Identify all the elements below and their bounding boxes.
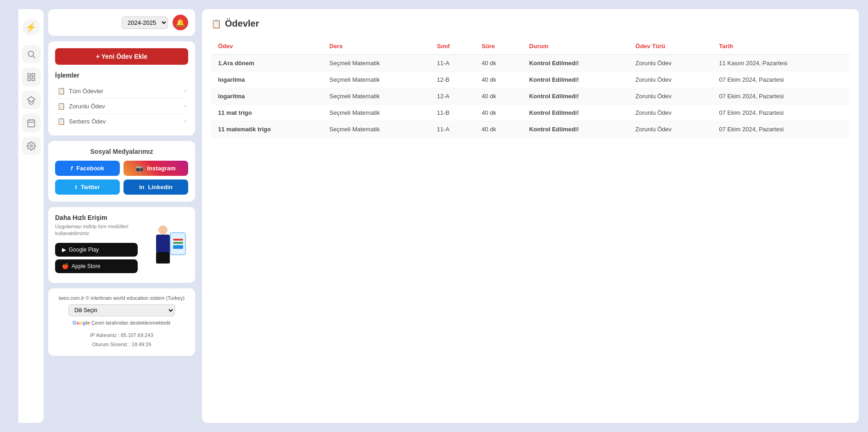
- col-header-status: Durum: [522, 38, 629, 55]
- col-header-type: Ödev Türü: [628, 38, 712, 55]
- linkedin-icon: in: [139, 184, 145, 191]
- svg-line-1: [33, 56, 35, 58]
- cell-homework: logaritma: [211, 88, 323, 105]
- col-header-class: Sınıf: [430, 38, 475, 55]
- svg-rect-5: [32, 78, 34, 81]
- twitter-label: Twitter: [81, 184, 100, 191]
- cell-duration: 40 dk: [475, 88, 522, 105]
- cell-status: Kontrol Edilmedi!: [522, 55, 629, 72]
- table-row[interactable]: 1.Ara dönem Seçmeli Matematik 11-A 40 dk…: [211, 55, 850, 72]
- table-row[interactable]: 11 matematik trigo Seçmeli Matematik 11-…: [211, 121, 850, 138]
- mandatory-homework-arrow-icon: ›: [184, 103, 186, 109]
- play-icon: ▶: [62, 247, 66, 253]
- all-homework-label: Tüm Ödevler: [69, 88, 103, 95]
- ip-value: 85.107.69.243: [121, 332, 153, 338]
- facebook-icon: f: [71, 165, 73, 172]
- session-value: 18:49:26: [132, 342, 151, 347]
- cell-status: Kontrol Edilmedi!: [522, 121, 629, 138]
- cell-date: 07 Ekim 2024, Pazartesi: [712, 88, 850, 105]
- col-header-duration: Süre: [475, 38, 522, 55]
- year-selector[interactable]: 2024-2025: [122, 17, 168, 29]
- translate-credit: Google Çeviri tarafından desteklenmekted…: [55, 320, 188, 325]
- search-icon-btn[interactable]: [22, 45, 40, 63]
- settings-icon-btn[interactable]: [22, 137, 40, 155]
- logo-icon: ⚡: [22, 18, 40, 36]
- cell-date: 07 Ekim 2024, Pazartesi: [712, 105, 850, 121]
- free-homework-menu-item[interactable]: 📋 Serbers Ödev ›: [55, 114, 188, 129]
- free-homework-arrow-icon: ›: [184, 118, 186, 124]
- cell-duration: 40 dk: [475, 105, 522, 121]
- cell-lesson: Seçmeli Matematik: [323, 88, 430, 105]
- cell-homework: 1.Ara dönem: [211, 55, 323, 72]
- cell-type: Zorunlu Ödev: [628, 88, 712, 105]
- cell-type: Zorunlu Ödev: [628, 105, 712, 121]
- add-homework-button[interactable]: + Yeni Ödev Ekle: [55, 48, 188, 65]
- table-header-row: Ödev Ders Sınıf Süre Durum Ödev Türü Tar…: [211, 38, 850, 55]
- cell-lesson: Seçmeli Matematik: [323, 121, 430, 138]
- twitter-icon: t: [75, 184, 77, 191]
- cell-duration: 40 dk: [475, 72, 522, 88]
- cell-homework: 11 matematik trigo: [211, 121, 323, 138]
- main-content: 📋 Ödevler Ödev Ders Sınıf Süre Durum Öde…: [202, 9, 859, 423]
- notification-bell-button[interactable]: 🔔: [173, 15, 188, 30]
- col-header-lesson: Ders: [323, 38, 430, 55]
- svg-rect-6: [28, 120, 34, 127]
- cell-date: 07 Ekim 2024, Pazartesi: [712, 72, 850, 88]
- cell-class: 12-B: [430, 72, 475, 88]
- cell-lesson: Seçmeli Matematik: [323, 105, 430, 121]
- instagram-icon: 📷: [136, 165, 143, 172]
- twitter-button[interactable]: t Twitter: [55, 180, 120, 195]
- apple-store-label: Apple Store: [72, 263, 101, 269]
- grid-icon-btn[interactable]: [22, 68, 40, 86]
- cell-duration: 40 dk: [475, 121, 522, 138]
- col-header-date: Tarih: [712, 38, 850, 55]
- apple-store-button[interactable]: 🍎 Apple Store: [55, 259, 138, 273]
- svg-rect-4: [28, 78, 30, 81]
- cell-type: Zorunlu Ödev: [628, 121, 712, 138]
- linkedin-label: Linkedin: [148, 184, 173, 191]
- linkedin-button[interactable]: in Linkedin: [123, 180, 188, 195]
- page-header: 📋 Ödevler: [211, 18, 850, 29]
- facebook-label: Facebook: [76, 165, 104, 172]
- mandatory-homework-menu-item[interactable]: 📋 Zorunlu Ödev ›: [55, 99, 188, 114]
- cell-homework: logaritma: [211, 72, 323, 88]
- cell-status: Kontrol Edilmedi!: [522, 88, 629, 105]
- cell-status: Kontrol Edilmedi!: [522, 105, 629, 121]
- icon-bar: ⚡: [18, 9, 44, 423]
- cell-homework: 11 mat trigo: [211, 105, 323, 121]
- google-play-button[interactable]: ▶ Google Play: [55, 243, 138, 257]
- facebook-button[interactable]: f Facebook: [55, 161, 120, 176]
- mandatory-homework-icon: 📋: [57, 102, 65, 110]
- page-title: Ödevler: [225, 18, 259, 29]
- quick-access-card: Daha Hızlı Erişim Uygulamayı indirip tüm…: [48, 207, 195, 283]
- table-row[interactable]: 11 mat trigo Seçmeli Matematik 11-B 40 d…: [211, 105, 850, 121]
- islemler-title: İşlemler: [55, 72, 188, 79]
- ip-label: IP Adresiniz :: [90, 332, 119, 338]
- sidebar-top: 2024-2025 🔔: [48, 9, 195, 36]
- calendar-icon-btn[interactable]: [22, 114, 40, 132]
- svg-rect-2: [28, 74, 30, 77]
- table-row[interactable]: logaritma Seçmeli Matematik 12-A 40 dk K…: [211, 88, 850, 105]
- session-label: Oturum Süreniz :: [92, 342, 130, 347]
- cell-class: 11-A: [430, 55, 475, 72]
- col-header-homework: Ödev: [211, 38, 323, 55]
- cell-class: 11-B: [430, 105, 475, 121]
- quick-access-title: Daha Hızlı Erişim: [55, 214, 138, 221]
- all-homework-menu-item[interactable]: 📋 Tüm Ödevler ›: [55, 84, 188, 99]
- copyright-text: iwes.com.tr © interbrain world education…: [55, 295, 188, 301]
- sidebar: 2024-2025 🔔 + Yeni Ödev Ekle İşlemler 📋 …: [48, 9, 195, 423]
- graduation-icon-btn[interactable]: [22, 91, 40, 109]
- cell-class: 11-A: [430, 121, 475, 138]
- cell-lesson: Seçmeli Matematik: [323, 55, 430, 72]
- free-homework-label: Serbers Ödev: [69, 118, 106, 125]
- instagram-label: Instagram: [147, 165, 175, 172]
- sidebar-footer: iwes.com.tr © interbrain world education…: [48, 288, 195, 356]
- svg-rect-3: [32, 74, 34, 77]
- table-row[interactable]: logaritma Seçmeli Matematik 12-B 40 dk K…: [211, 72, 850, 88]
- instagram-button[interactable]: 📷 Instagram: [123, 161, 188, 176]
- cell-class: 12-A: [430, 88, 475, 105]
- language-selector[interactable]: Dili Seçin: [68, 304, 175, 316]
- social-media-card: Sosyal Medyalarımız f Facebook 📷 Instagr…: [48, 141, 195, 202]
- cell-date: 07 Ekim 2024, Pazartesi: [712, 121, 850, 138]
- cell-lesson: Seçmeli Matematik: [323, 72, 430, 88]
